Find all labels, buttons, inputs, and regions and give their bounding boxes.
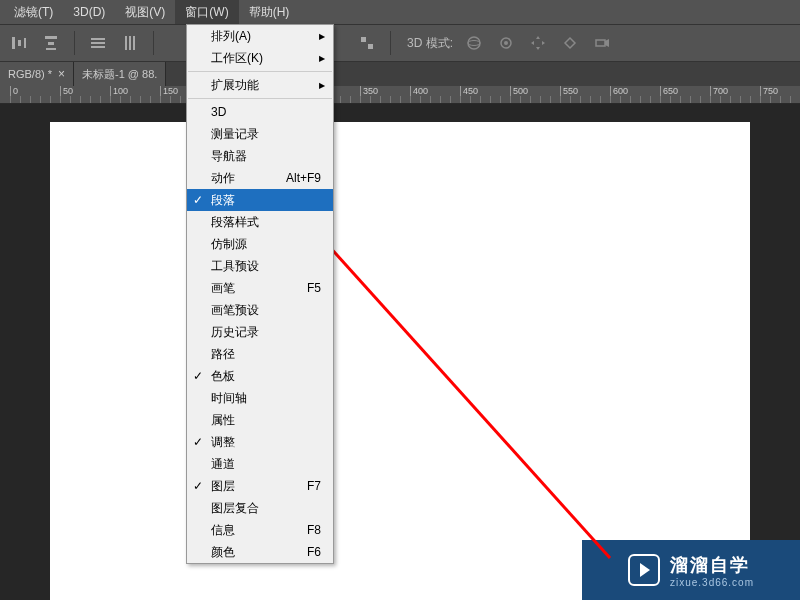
menu-item[interactable]: 画笔预设 [187,299,333,321]
menu-item-label: 属性 [211,412,235,429]
menu-help[interactable]: 帮助(H) [239,0,300,24]
menu-item-label: 排列(A) [211,28,251,45]
svg-point-17 [504,41,508,45]
menu-item-label: 工作区(K) [211,50,263,67]
svg-point-14 [468,37,480,49]
menu-item[interactable]: 历史记录 [187,321,333,343]
menu-item[interactable]: 测量记录 [187,123,333,145]
menu-3d[interactable]: 3D(D) [63,0,115,24]
menu-item[interactable]: 图层复合 [187,497,333,519]
svg-rect-8 [91,46,105,48]
svg-rect-10 [129,36,131,50]
menu-item-label: 段落 [211,192,235,209]
menu-shortcut: Alt+F9 [286,171,321,185]
menu-item[interactable]: 颜色F6 [187,541,333,563]
menubar: 滤镜(T) 3D(D) 视图(V) 窗口(W) 帮助(H) [0,0,800,24]
align-icon-2[interactable] [40,32,62,54]
menu-item-label: 仿制源 [211,236,247,253]
menu-item-label: 段落样式 [211,214,259,231]
toolbar-separator [74,31,75,55]
watermark-subtitle: zixue.3d66.com [670,577,754,588]
check-icon: ✓ [193,193,203,207]
menu-item-label: 颜色 [211,544,235,561]
menu-item-label: 图层复合 [211,500,259,517]
check-icon: ✓ [193,369,203,383]
menu-item[interactable]: 工具预设 [187,255,333,277]
align-icon-1[interactable] [8,32,30,54]
menu-item-label: 测量记录 [211,126,259,143]
workspace [0,104,800,600]
3d-pan-icon[interactable] [527,32,549,54]
menu-item[interactable]: 段落样式 [187,211,333,233]
svg-rect-1 [18,40,21,46]
menu-item-label: 路径 [211,346,235,363]
menu-item-label: 历史记录 [211,324,259,341]
3d-mode-label: 3D 模式: [407,35,453,52]
close-icon[interactable]: × [58,67,65,81]
3d-orbit-icon[interactable] [463,32,485,54]
3d-roll-icon[interactable] [495,32,517,54]
menu-item[interactable]: 扩展功能 [187,74,333,96]
menu-item-label: 导航器 [211,148,247,165]
menu-item-label: 调整 [211,434,235,451]
distribute-icon-2[interactable] [119,32,141,54]
menu-view[interactable]: 视图(V) [115,0,175,24]
svg-rect-5 [46,48,56,50]
menu-item-label: 通道 [211,456,235,473]
menu-item[interactable]: ✓色板 [187,365,333,387]
menu-item[interactable]: 工作区(K) [187,47,333,69]
menu-item-label: 动作 [211,170,235,187]
watermark-play-icon [628,554,660,586]
menu-item[interactable]: 通道 [187,453,333,475]
svg-point-15 [468,41,480,46]
menu-item-label: 色板 [211,368,235,385]
menu-shortcut: F6 [307,545,321,559]
toolbar-separator [153,31,154,55]
distribute-icon-1[interactable] [87,32,109,54]
svg-rect-9 [125,36,127,50]
menu-shortcut: F5 [307,281,321,295]
watermark: 溜溜自学 zixue.3d66.com [582,540,800,600]
3d-slide-icon[interactable] [559,32,581,54]
menu-item[interactable]: 属性 [187,409,333,431]
window-menu-dropdown: 排列(A)工作区(K)扩展功能3D测量记录导航器动作Alt+F9✓段落段落样式仿… [186,24,334,564]
svg-rect-4 [48,42,54,45]
menu-item[interactable]: 信息F8 [187,519,333,541]
check-icon: ✓ [193,479,203,493]
3d-zoom-icon[interactable] [591,32,613,54]
watermark-title: 溜溜自学 [670,553,754,577]
menu-item-label: 扩展功能 [211,77,259,94]
canvas[interactable] [50,122,750,600]
menu-item[interactable]: ✓调整 [187,431,333,453]
document-tabbar: RGB/8) *× 未标题-1 @ 88. [0,62,800,86]
document-tab[interactable]: RGB/8) *× [0,62,74,86]
menu-item-label: 时间轴 [211,390,247,407]
svg-rect-2 [24,38,26,48]
menu-item[interactable]: ✓图层F7 [187,475,333,497]
menu-item[interactable]: 3D [187,101,333,123]
menu-shortcut: F7 [307,479,321,493]
svg-rect-12 [361,37,366,42]
document-tab[interactable]: 未标题-1 @ 88. [74,62,166,86]
menu-item[interactable]: 仿制源 [187,233,333,255]
menu-item-label: 图层 [211,478,235,495]
menu-filter[interactable]: 滤镜(T) [4,0,63,24]
menu-item[interactable]: 画笔F5 [187,277,333,299]
check-icon: ✓ [193,435,203,449]
menu-item-label: 画笔预设 [211,302,259,319]
svg-rect-13 [368,44,373,49]
menu-shortcut: F8 [307,523,321,537]
menu-item[interactable]: 时间轴 [187,387,333,409]
menu-window[interactable]: 窗口(W) [175,0,238,24]
align-icon-3[interactable] [356,32,378,54]
svg-rect-6 [91,38,105,40]
menu-item-label: 工具预设 [211,258,259,275]
menu-item[interactable]: 导航器 [187,145,333,167]
horizontal-ruler[interactable]: 0501001502002503003504004505005506006507… [0,86,800,104]
menu-item-label: 信息 [211,522,235,539]
menu-item[interactable]: 排列(A) [187,25,333,47]
menu-item-label: 3D [211,105,226,119]
menu-item[interactable]: ✓段落 [187,189,333,211]
menu-item[interactable]: 动作Alt+F9 [187,167,333,189]
menu-item[interactable]: 路径 [187,343,333,365]
